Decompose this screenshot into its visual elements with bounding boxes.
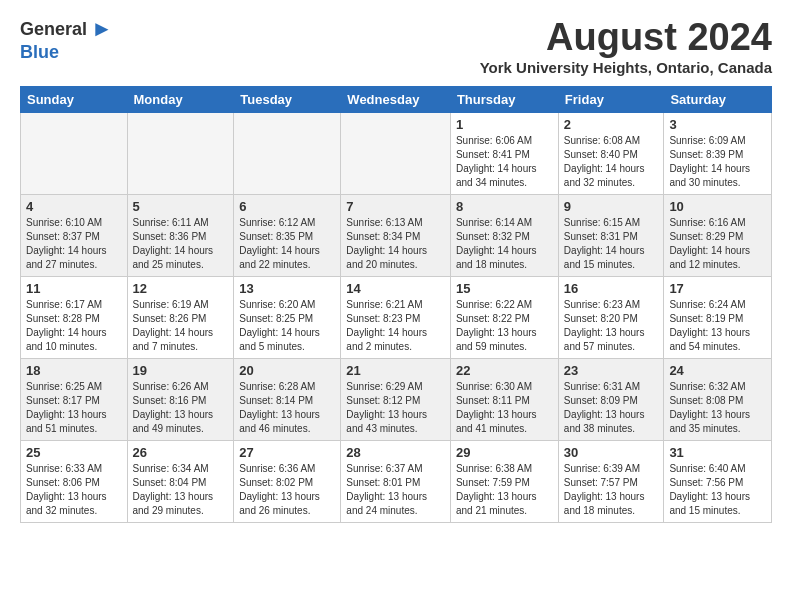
day-number: 18 (26, 363, 122, 378)
calendar-cell: 18Sunrise: 6:25 AM Sunset: 8:17 PM Dayli… (21, 359, 128, 441)
calendar-cell: 16Sunrise: 6:23 AM Sunset: 8:20 PM Dayli… (558, 277, 664, 359)
calendar-cell: 17Sunrise: 6:24 AM Sunset: 8:19 PM Dayli… (664, 277, 772, 359)
logo-bird-icon: ► (91, 16, 113, 42)
logo: General ► Blue (20, 16, 113, 63)
header-monday: Monday (127, 87, 234, 113)
day-info: Sunrise: 6:30 AM Sunset: 8:11 PM Dayligh… (456, 380, 553, 436)
day-info: Sunrise: 6:15 AM Sunset: 8:31 PM Dayligh… (564, 216, 659, 272)
day-info: Sunrise: 6:11 AM Sunset: 8:36 PM Dayligh… (133, 216, 229, 272)
day-number: 3 (669, 117, 766, 132)
logo-blue: Blue (20, 42, 59, 63)
calendar-cell: 10Sunrise: 6:16 AM Sunset: 8:29 PM Dayli… (664, 195, 772, 277)
day-number: 13 (239, 281, 335, 296)
day-number: 1 (456, 117, 553, 132)
calendar-cell: 5Sunrise: 6:11 AM Sunset: 8:36 PM Daylig… (127, 195, 234, 277)
day-number: 15 (456, 281, 553, 296)
day-info: Sunrise: 6:26 AM Sunset: 8:16 PM Dayligh… (133, 380, 229, 436)
day-number: 12 (133, 281, 229, 296)
day-info: Sunrise: 6:19 AM Sunset: 8:26 PM Dayligh… (133, 298, 229, 354)
calendar-cell: 9Sunrise: 6:15 AM Sunset: 8:31 PM Daylig… (558, 195, 664, 277)
page-header: General ► Blue August 2024 York Universi… (20, 16, 772, 76)
day-info: Sunrise: 6:28 AM Sunset: 8:14 PM Dayligh… (239, 380, 335, 436)
calendar-cell (234, 113, 341, 195)
calendar-week-5: 25Sunrise: 6:33 AM Sunset: 8:06 PM Dayli… (21, 441, 772, 523)
day-info: Sunrise: 6:21 AM Sunset: 8:23 PM Dayligh… (346, 298, 445, 354)
calendar-week-2: 4Sunrise: 6:10 AM Sunset: 8:37 PM Daylig… (21, 195, 772, 277)
header-saturday: Saturday (664, 87, 772, 113)
day-info: Sunrise: 6:33 AM Sunset: 8:06 PM Dayligh… (26, 462, 122, 518)
calendar-cell: 20Sunrise: 6:28 AM Sunset: 8:14 PM Dayli… (234, 359, 341, 441)
calendar-cell: 12Sunrise: 6:19 AM Sunset: 8:26 PM Dayli… (127, 277, 234, 359)
calendar-cell: 3Sunrise: 6:09 AM Sunset: 8:39 PM Daylig… (664, 113, 772, 195)
day-info: Sunrise: 6:40 AM Sunset: 7:56 PM Dayligh… (669, 462, 766, 518)
day-info: Sunrise: 6:10 AM Sunset: 8:37 PM Dayligh… (26, 216, 122, 272)
calendar-week-3: 11Sunrise: 6:17 AM Sunset: 8:28 PM Dayli… (21, 277, 772, 359)
day-number: 22 (456, 363, 553, 378)
day-info: Sunrise: 6:24 AM Sunset: 8:19 PM Dayligh… (669, 298, 766, 354)
calendar-cell: 30Sunrise: 6:39 AM Sunset: 7:57 PM Dayli… (558, 441, 664, 523)
day-number: 27 (239, 445, 335, 460)
day-number: 2 (564, 117, 659, 132)
day-number: 17 (669, 281, 766, 296)
header-wednesday: Wednesday (341, 87, 451, 113)
location-title: York University Heights, Ontario, Canada (480, 59, 772, 76)
calendar-week-1: 1Sunrise: 6:06 AM Sunset: 8:41 PM Daylig… (21, 113, 772, 195)
calendar-cell: 26Sunrise: 6:34 AM Sunset: 8:04 PM Dayli… (127, 441, 234, 523)
day-info: Sunrise: 6:16 AM Sunset: 8:29 PM Dayligh… (669, 216, 766, 272)
day-number: 14 (346, 281, 445, 296)
calendar-cell (341, 113, 451, 195)
calendar-cell: 13Sunrise: 6:20 AM Sunset: 8:25 PM Dayli… (234, 277, 341, 359)
calendar-cell: 7Sunrise: 6:13 AM Sunset: 8:34 PM Daylig… (341, 195, 451, 277)
day-number: 21 (346, 363, 445, 378)
calendar-week-4: 18Sunrise: 6:25 AM Sunset: 8:17 PM Dayli… (21, 359, 772, 441)
day-info: Sunrise: 6:13 AM Sunset: 8:34 PM Dayligh… (346, 216, 445, 272)
calendar-cell: 8Sunrise: 6:14 AM Sunset: 8:32 PM Daylig… (450, 195, 558, 277)
day-info: Sunrise: 6:25 AM Sunset: 8:17 PM Dayligh… (26, 380, 122, 436)
day-info: Sunrise: 6:32 AM Sunset: 8:08 PM Dayligh… (669, 380, 766, 436)
header-thursday: Thursday (450, 87, 558, 113)
day-info: Sunrise: 6:17 AM Sunset: 8:28 PM Dayligh… (26, 298, 122, 354)
day-info: Sunrise: 6:06 AM Sunset: 8:41 PM Dayligh… (456, 134, 553, 190)
day-number: 10 (669, 199, 766, 214)
day-info: Sunrise: 6:12 AM Sunset: 8:35 PM Dayligh… (239, 216, 335, 272)
day-info: Sunrise: 6:23 AM Sunset: 8:20 PM Dayligh… (564, 298, 659, 354)
day-number: 28 (346, 445, 445, 460)
day-info: Sunrise: 6:29 AM Sunset: 8:12 PM Dayligh… (346, 380, 445, 436)
day-info: Sunrise: 6:20 AM Sunset: 8:25 PM Dayligh… (239, 298, 335, 354)
header-friday: Friday (558, 87, 664, 113)
day-info: Sunrise: 6:38 AM Sunset: 7:59 PM Dayligh… (456, 462, 553, 518)
day-info: Sunrise: 6:39 AM Sunset: 7:57 PM Dayligh… (564, 462, 659, 518)
calendar-cell: 21Sunrise: 6:29 AM Sunset: 8:12 PM Dayli… (341, 359, 451, 441)
day-number: 20 (239, 363, 335, 378)
day-number: 4 (26, 199, 122, 214)
day-number: 24 (669, 363, 766, 378)
header-tuesday: Tuesday (234, 87, 341, 113)
calendar-cell: 4Sunrise: 6:10 AM Sunset: 8:37 PM Daylig… (21, 195, 128, 277)
calendar-cell (127, 113, 234, 195)
day-number: 8 (456, 199, 553, 214)
day-info: Sunrise: 6:31 AM Sunset: 8:09 PM Dayligh… (564, 380, 659, 436)
calendar-cell (21, 113, 128, 195)
calendar-cell: 6Sunrise: 6:12 AM Sunset: 8:35 PM Daylig… (234, 195, 341, 277)
day-number: 30 (564, 445, 659, 460)
day-info: Sunrise: 6:08 AM Sunset: 8:40 PM Dayligh… (564, 134, 659, 190)
header-row: SundayMondayTuesdayWednesdayThursdayFrid… (21, 87, 772, 113)
day-info: Sunrise: 6:34 AM Sunset: 8:04 PM Dayligh… (133, 462, 229, 518)
day-number: 31 (669, 445, 766, 460)
calendar-cell: 25Sunrise: 6:33 AM Sunset: 8:06 PM Dayli… (21, 441, 128, 523)
day-number: 16 (564, 281, 659, 296)
day-number: 29 (456, 445, 553, 460)
day-info: Sunrise: 6:22 AM Sunset: 8:22 PM Dayligh… (456, 298, 553, 354)
day-number: 25 (26, 445, 122, 460)
calendar-cell: 11Sunrise: 6:17 AM Sunset: 8:28 PM Dayli… (21, 277, 128, 359)
day-info: Sunrise: 6:36 AM Sunset: 8:02 PM Dayligh… (239, 462, 335, 518)
day-number: 23 (564, 363, 659, 378)
header-sunday: Sunday (21, 87, 128, 113)
month-title: August 2024 (480, 16, 772, 59)
calendar-cell: 24Sunrise: 6:32 AM Sunset: 8:08 PM Dayli… (664, 359, 772, 441)
day-info: Sunrise: 6:14 AM Sunset: 8:32 PM Dayligh… (456, 216, 553, 272)
calendar-cell: 23Sunrise: 6:31 AM Sunset: 8:09 PM Dayli… (558, 359, 664, 441)
calendar-cell: 14Sunrise: 6:21 AM Sunset: 8:23 PM Dayli… (341, 277, 451, 359)
calendar-cell: 27Sunrise: 6:36 AM Sunset: 8:02 PM Dayli… (234, 441, 341, 523)
calendar-cell: 1Sunrise: 6:06 AM Sunset: 8:41 PM Daylig… (450, 113, 558, 195)
